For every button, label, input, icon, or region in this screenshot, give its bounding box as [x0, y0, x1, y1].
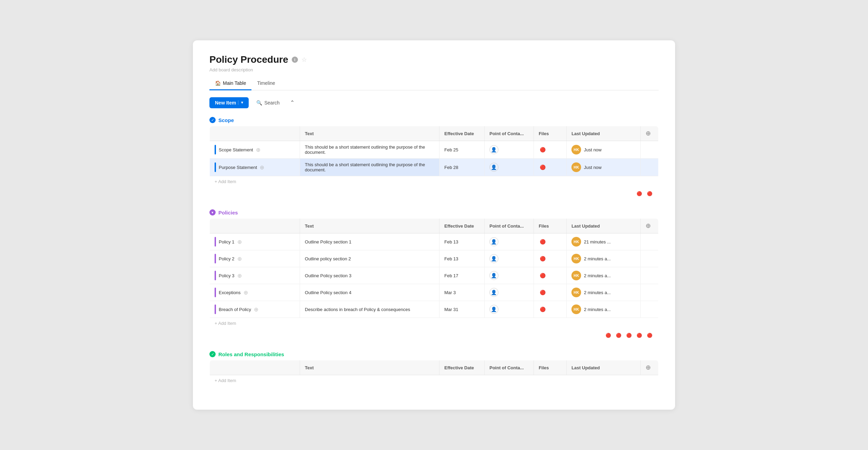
- contact-icon[interactable]: 👤: [489, 145, 498, 154]
- table-row: Exceptions ⊕ Outline Policy section 4 Ma…: [210, 284, 659, 301]
- contact-icon[interactable]: 👤: [489, 305, 498, 314]
- more-options-button[interactable]: ⌃: [287, 97, 297, 109]
- col-header-text: Text: [300, 360, 440, 375]
- avatar: HK: [571, 145, 581, 154]
- policy2-name-cell: Policy 2 ⊕: [210, 250, 300, 267]
- file-icon[interactable]: 🔴: [539, 146, 547, 154]
- add-item-label[interactable]: + Add Item: [210, 176, 659, 187]
- last-updated-text: 2 minutes a...: [584, 290, 611, 295]
- add-subitem-icon[interactable]: ⊕: [260, 164, 264, 171]
- footer-file-icon[interactable]: 🔴: [635, 331, 643, 339]
- scope-statement-name-cell: Scope Statement ⊕: [210, 141, 300, 159]
- exceptions-contact: 👤: [484, 284, 534, 301]
- col-header-name: [210, 360, 300, 375]
- tab-timeline[interactable]: Timeline: [251, 78, 280, 90]
- policy1-name: Policy 1: [219, 239, 235, 244]
- policy2-date: Feb 13: [439, 250, 484, 267]
- add-subitem-icon[interactable]: ⊕: [256, 147, 260, 153]
- add-subitem-icon[interactable]: ⊕: [244, 289, 248, 296]
- breach-updated: HK 2 minutes a...: [567, 301, 640, 318]
- avatar: HK: [571, 237, 581, 247]
- contact-icon[interactable]: 👤: [489, 163, 498, 172]
- avatar: HK: [571, 254, 581, 263]
- policy3-contact: 👤: [484, 267, 534, 284]
- color-bar: [215, 304, 216, 314]
- exceptions-name: Exceptions: [219, 290, 241, 295]
- scope-table: Text Effective Date Point of Conta... Fi…: [209, 126, 659, 187]
- tab-main-table-label: Main Table: [223, 80, 246, 86]
- add-subitem-icon[interactable]: ⊕: [237, 272, 242, 279]
- color-bar: [215, 288, 216, 297]
- add-item-row[interactable]: + Add Item: [210, 318, 659, 329]
- footer-file-icon[interactable]: 🔴: [614, 331, 623, 339]
- footer-file-icon[interactable]: 🔴: [645, 331, 654, 339]
- add-item-row[interactable]: + Add Item: [210, 176, 659, 187]
- add-column-icon[interactable]: ⊕: [645, 130, 651, 137]
- new-item-button[interactable]: New Item ▾: [209, 97, 249, 108]
- purpose-statement-name-cell: Purpose Statement ⊕: [210, 159, 300, 176]
- add-column-icon[interactable]: ⊕: [645, 222, 651, 229]
- tab-main-table[interactable]: 🏠 Main Table: [209, 78, 251, 90]
- col-header-updated: Last Updated: [567, 126, 640, 141]
- purpose-statement-contact: 👤: [484, 159, 534, 176]
- page-title: Policy Procedure: [209, 54, 288, 65]
- section-roles: ✓ Roles and Responsibilities Text Effect…: [209, 351, 659, 386]
- add-item-row[interactable]: + Add Item: [210, 375, 659, 386]
- file-icon[interactable]: 🔴: [539, 238, 547, 246]
- add-subitem-icon[interactable]: ⊕: [254, 306, 258, 313]
- breach-files: 🔴: [534, 301, 566, 318]
- last-updated-text: 2 minutes a...: [584, 307, 611, 312]
- table-row: Purpose Statement ⊕ This should be a sho…: [210, 159, 659, 176]
- avatar: HK: [571, 162, 581, 172]
- search-button[interactable]: 🔍 Search: [252, 97, 283, 108]
- board-description[interactable]: Add board description: [209, 67, 659, 72]
- add-subitem-icon[interactable]: ⊕: [237, 239, 242, 245]
- exceptions-updated: HK 2 minutes a...: [567, 284, 640, 301]
- add-column-icon[interactable]: ⊕: [645, 364, 651, 371]
- file-icon[interactable]: 🔴: [539, 254, 547, 263]
- color-bar: [215, 271, 216, 280]
- table-row: Scope Statement ⊕ This should be a short…: [210, 141, 659, 159]
- file-icon[interactable]: 🔴: [539, 288, 547, 297]
- col-header-contact: Point of Conta...: [484, 126, 534, 141]
- file-icon[interactable]: 🔴: [539, 305, 547, 313]
- col-header-contact: Point of Conta...: [484, 360, 534, 375]
- scope-statement-updated: HK Just now: [567, 141, 640, 159]
- policy2-name: Policy 2: [219, 256, 235, 261]
- add-item-label[interactable]: + Add Item: [210, 318, 659, 329]
- col-header-add: ⊕: [640, 219, 658, 233]
- footer-file-icon[interactable]: 🔴: [645, 189, 654, 198]
- col-header-name: [210, 126, 300, 141]
- footer-file-icon[interactable]: 🔴: [635, 189, 643, 198]
- last-updated-text: 21 minutes ...: [584, 239, 611, 244]
- policy3-name-cell: Policy 3 ⊕: [210, 267, 300, 284]
- policy1-date: Feb 13: [439, 233, 484, 250]
- policy1-updated: HK 21 minutes ...: [567, 233, 640, 250]
- info-icon[interactable]: i: [292, 57, 298, 63]
- add-item-label[interactable]: + Add Item: [210, 375, 659, 386]
- color-bar: [215, 237, 216, 247]
- add-subitem-icon[interactable]: ⊕: [237, 256, 242, 262]
- contact-icon[interactable]: 👤: [489, 237, 498, 246]
- file-icon[interactable]: 🔴: [539, 271, 547, 280]
- file-icon[interactable]: 🔴: [539, 163, 547, 171]
- contact-icon[interactable]: 👤: [489, 288, 498, 297]
- app-container: Policy Procedure i ☆ Add board descripti…: [193, 40, 675, 410]
- footer-file-icon[interactable]: 🔴: [625, 331, 633, 339]
- contact-icon[interactable]: 👤: [489, 254, 498, 263]
- page-title-row: Policy Procedure i ☆: [209, 54, 659, 65]
- contact-icon[interactable]: 👤: [489, 271, 498, 280]
- home-icon: 🏠: [215, 80, 221, 86]
- star-icon[interactable]: ☆: [301, 56, 307, 63]
- last-updated-text: Just now: [584, 147, 601, 152]
- search-label: Search: [264, 100, 279, 106]
- col-header-text: Text: [300, 126, 440, 141]
- footer-file-icon[interactable]: 🔴: [604, 331, 612, 339]
- breach-name: Breach of Policy: [219, 307, 251, 312]
- scope-footer-icons: 🔴 🔴: [209, 187, 659, 200]
- policy2-updated: HK 2 minutes a...: [567, 250, 640, 267]
- table-row: Policy 2 ⊕ Outline policy section 2 Feb …: [210, 250, 659, 267]
- new-item-label: New Item: [215, 100, 236, 106]
- roles-dot: ✓: [209, 351, 216, 357]
- scope-header-row: Text Effective Date Point of Conta... Fi…: [210, 126, 659, 141]
